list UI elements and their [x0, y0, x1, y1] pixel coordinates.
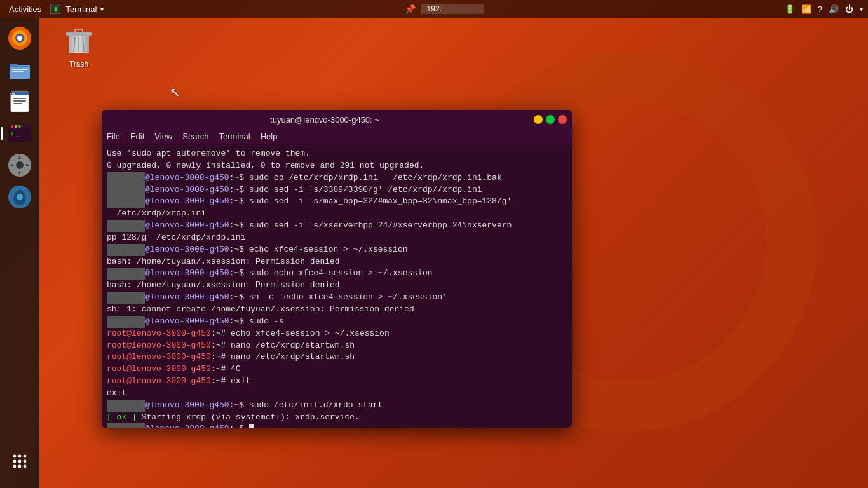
wifi-icon[interactable]: 📶: [801, 4, 811, 14]
trash-icon: [64, 24, 94, 57]
menu-help[interactable]: Help: [261, 132, 278, 141]
terminal-minimize-button[interactable]: [534, 115, 543, 124]
output-line: 0 upgraded, 0 newly installed, 0 to remo…: [107, 160, 567, 172]
svg-rect-9: [13, 98, 26, 99]
terminal-content[interactable]: Use 'sudo apt autoremove' to remove them…: [102, 144, 572, 428]
command-line: tuyuan@lenovo-3000-g450:~$ sudo echo xfc…: [107, 268, 567, 280]
svg-point-17: [18, 125, 21, 128]
sidebar-item-files[interactable]: [6, 56, 34, 84]
root-command-line: root@lenovo-3000-g450:~# ^C: [107, 363, 567, 376]
username-redacted: tuyuan: [107, 172, 145, 184]
ip-address: 192.: [421, 4, 484, 14]
svg-point-30: [18, 465, 22, 468]
svg-text:$ _: $ _: [10, 131, 20, 137]
username-redacted: tuyuan: [107, 400, 145, 412]
root-command-line: root@lenovo-3000-g450:~# nano /etc/xrdp/…: [107, 351, 567, 363]
menu-search[interactable]: Search: [182, 132, 208, 141]
sidebar-item-terminal[interactable]: $ _: [6, 119, 34, 147]
svg-point-22: [17, 194, 23, 200]
username-redacted: tuyuan: [107, 316, 145, 328]
terminal-cursor: [249, 424, 254, 428]
sidebar-item-libreoffice-writer[interactable]: W: [6, 88, 34, 116]
command-line: tuyuan@lenovo-3000-g450:~$ echo xfce4-se…: [107, 244, 567, 256]
menu-terminal[interactable]: Terminal: [219, 132, 250, 141]
svg-rect-10: [13, 100, 26, 102]
username-redacted: tuyuan: [107, 244, 145, 256]
svg-point-31: [24, 465, 27, 468]
username-redacted: tuyuan: [107, 423, 145, 428]
svg-rect-35: [75, 29, 83, 33]
command-line: tuyuan@lenovo-3000-g450:~$ sudo -s: [107, 316, 567, 328]
svg-text:W: W: [12, 92, 15, 96]
top-panel-center: 📌 192.: [405, 4, 484, 14]
command-line: tuyuan@lenovo-3000-g450:~$ sudo sed -i '…: [107, 196, 567, 208]
svg-point-15: [11, 125, 13, 128]
trash-label: Trash: [69, 60, 88, 69]
command-line: tuyuan@lenovo-3000-g450:~$ sudo cp /etc/…: [107, 172, 567, 184]
question-icon[interactable]: ?: [818, 4, 822, 14]
svg-point-29: [13, 465, 17, 468]
ok-line: [ ok ] Starting xrdp (via systemctl): xr…: [107, 412, 567, 424]
username-redacted: tuyuan: [107, 268, 145, 280]
menu-file[interactable]: File: [107, 132, 120, 141]
root-command-line: root@lenovo-3000-g450:~# nano /etc/xrdp/…: [107, 340, 567, 352]
command-line: tuyuan@lenovo-3000-g450:~$ sh -c 'echo x…: [107, 292, 567, 304]
top-panel-left: Activities ▮ Terminal ▾: [5, 4, 104, 14]
username-redacted: tuyuan: [107, 196, 145, 208]
svg-point-25: [24, 455, 27, 458]
output-line: /etc/xrdp/xrdp.ini: [107, 208, 567, 220]
output-line: exit: [107, 388, 567, 400]
output-line: Use 'sudo apt autoremove' to remove them…: [107, 148, 567, 160]
sidebar-dock: W $ _: [0, 18, 39, 488]
sidebar-item-settings[interactable]: [6, 151, 34, 179]
menu-view[interactable]: View: [154, 132, 172, 141]
down-arrow-icon: ▾: [860, 6, 863, 13]
svg-point-3: [17, 36, 22, 41]
username-redacted: tuyuan: [107, 220, 145, 232]
terminal-menubar: File Edit View Search Terminal Help: [102, 129, 572, 144]
trash-icon-container[interactable]: Trash: [64, 24, 94, 69]
terminal-titlebar: tuyuan@lenovo-3000-g450: ~: [102, 110, 572, 129]
volume-icon[interactable]: 🔊: [829, 4, 839, 14]
current-prompt-line: tuyuan@lenovo-3000-g450:~$: [107, 423, 567, 428]
svg-point-24: [18, 455, 22, 458]
output-line: bash: /home/tuyuan/.xsession: Permission…: [107, 280, 567, 292]
battery-icon[interactable]: 🔋: [785, 4, 795, 14]
command-line: tuyuan@lenovo-3000-g450:~$ sudo sed -i '…: [107, 184, 567, 196]
terminal-maximize-button[interactable]: [546, 115, 555, 124]
svg-point-28: [24, 460, 27, 463]
svg-point-16: [15, 125, 17, 128]
username-redacted: tuyuan: [107, 292, 145, 304]
output-line: pp=128/g' /etc/xrdp/xrdp.ini: [107, 232, 567, 244]
svg-point-27: [18, 460, 22, 463]
pin-icon: 📌: [405, 4, 416, 14]
activities-button[interactable]: Activities: [5, 4, 45, 14]
sidebar-bottom: [6, 447, 34, 475]
svg-rect-5: [12, 69, 27, 70]
terminal-window-title: tuyuan@lenovo-3000-g450: ~: [116, 115, 534, 125]
terminal-close-button[interactable]: [558, 115, 567, 124]
app-grid-button[interactable]: [6, 447, 34, 475]
command-line: tuyuan@lenovo-3000-g450:~$ sudo /etc/ini…: [107, 400, 567, 412]
svg-point-20: [16, 161, 24, 169]
svg-point-23: [13, 455, 17, 458]
root-command-line: root@lenovo-3000-g450:~# echo xfce4-sess…: [107, 328, 567, 340]
top-panel: Activities ▮ Terminal ▾ 📌 192. 🔋 📶 ? 🔊 ⏻…: [0, 0, 868, 18]
output-line: sh: 1: cannot create /home/tuyuan/.xsess…: [107, 304, 567, 316]
output-line: bash: /home/tuyuan/.xsession: Permission…: [107, 256, 567, 268]
terminal-window: tuyuan@lenovo-3000-g450: ~ File Edit Vie…: [102, 110, 572, 428]
menu-edit[interactable]: Edit: [130, 132, 144, 141]
terminal-control-buttons: [534, 115, 567, 124]
top-panel-right: 🔋 📶 ? 🔊 ⏻ ▾: [785, 4, 863, 14]
svg-rect-11: [13, 103, 22, 104]
mouse-cursor: ↖: [170, 85, 180, 100]
sidebar-item-firefox[interactable]: [6, 24, 34, 52]
sidebar-item-kylin[interactable]: [6, 183, 34, 211]
power-icon[interactable]: ⏻: [845, 4, 853, 14]
svg-rect-6: [12, 71, 24, 72]
terminal-menu-icon: ▮: [50, 4, 60, 14]
command-line: tuyuan@lenovo-3000-g450:~$ sudo sed -i '…: [107, 220, 567, 232]
desktop: Trash ↖ tuyuan@lenovo-3000-g450: ~ File …: [39, 18, 868, 488]
svg-point-26: [13, 460, 17, 463]
terminal-menu-label[interactable]: ▮ Terminal ▾: [50, 4, 104, 14]
